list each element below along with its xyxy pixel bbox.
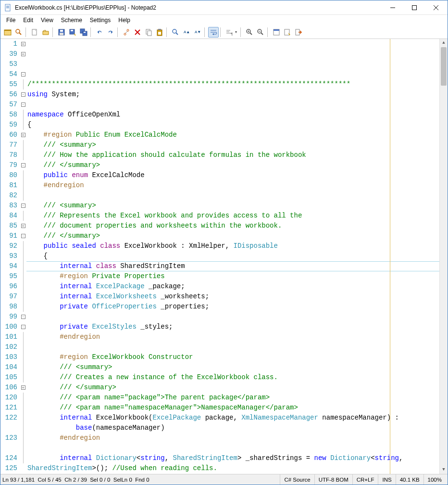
fold-marker[interactable] xyxy=(20,423,26,433)
whitespace-icon[interactable]: ¶ xyxy=(224,27,235,38)
find-next-icon[interactable]: A▼ xyxy=(192,27,203,38)
code-line[interactable]: { xyxy=(26,120,448,130)
code-line[interactable]: SharedStringItem>(); //Used when reading… xyxy=(26,463,448,473)
fold-marker[interactable] xyxy=(20,110,26,120)
fold-marker[interactable] xyxy=(20,150,26,160)
open-file-icon[interactable] xyxy=(40,27,51,38)
fold-marker[interactable]: - xyxy=(20,231,26,241)
fold-marker[interactable] xyxy=(20,170,26,180)
scroll-thumb[interactable] xyxy=(441,47,447,86)
fold-marker[interactable] xyxy=(20,352,26,362)
code-line[interactable]: internal ExcelWorksheets _worksheets; xyxy=(26,292,448,302)
editor[interactable]: 1395354555657585960777879808182838485919… xyxy=(0,39,448,474)
fold-marker[interactable] xyxy=(20,261,26,271)
find-prev-icon[interactable]: A▲ xyxy=(181,27,192,38)
code-line[interactable]: /// Creates a new instance of the ExcelW… xyxy=(26,372,448,383)
code-line[interactable]: public sealed class ExcelWorkbook : XmlH… xyxy=(26,241,448,251)
code-line[interactable] xyxy=(26,342,448,352)
fold-marker[interactable]: + xyxy=(20,130,26,140)
fold-marker[interactable] xyxy=(20,332,26,342)
code-line[interactable]: #region ExcelWorkbook Constructor xyxy=(26,352,448,362)
menu-edit[interactable]: Edit xyxy=(19,16,37,25)
fold-marker[interactable] xyxy=(20,211,26,221)
menu-help[interactable]: Help xyxy=(114,16,134,25)
status-zoom[interactable]: 100% xyxy=(423,474,446,485)
fold-marker[interactable] xyxy=(20,342,26,352)
save-copy-icon[interactable] xyxy=(78,27,89,38)
code-line[interactable]: /// </summary> xyxy=(26,231,448,241)
fold-marker[interactable] xyxy=(20,241,26,251)
dropdown-icon[interactable]: ▾ xyxy=(235,30,239,34)
fold-marker[interactable] xyxy=(20,140,26,150)
undo-icon[interactable] xyxy=(94,27,105,38)
status-encoding[interactable]: UTF-8 BOM xyxy=(314,474,352,485)
find-icon[interactable] xyxy=(170,27,181,38)
vertical-scrollbar[interactable]: ▲ ▼ xyxy=(439,39,448,474)
code-line[interactable]: /// Represents the Excel workbook and pr… xyxy=(26,211,448,221)
fold-marker[interactable] xyxy=(20,372,26,383)
browse-icon[interactable] xyxy=(13,27,24,38)
fold-marker[interactable] xyxy=(20,403,26,413)
fold-marker[interactable] xyxy=(20,120,26,130)
paste-icon[interactable] xyxy=(154,27,165,38)
fold-marker[interactable] xyxy=(20,453,26,463)
redo-icon[interactable] xyxy=(105,27,116,38)
menu-settings[interactable]: Settings xyxy=(86,16,114,25)
code-line[interactable] xyxy=(26,100,448,110)
code-line[interactable]: /// <summary> xyxy=(26,362,448,372)
code-line[interactable]: base(namespaceManager) xyxy=(26,423,448,433)
code-line[interactable]: namespace OfficeOpenXml xyxy=(26,110,448,120)
fold-marker[interactable] xyxy=(20,413,26,423)
code-line[interactable]: /// <param name="package">The parent pac… xyxy=(26,393,448,403)
scroll-down-arrow[interactable]: ▼ xyxy=(440,466,448,474)
fold-marker[interactable] xyxy=(20,393,26,403)
fold-marker[interactable]: + xyxy=(20,383,26,393)
code-line[interactable]: /// document properties and worksheets w… xyxy=(26,221,448,231)
scheme-icon[interactable] xyxy=(271,27,282,38)
save-as-icon[interactable] xyxy=(67,27,78,38)
fold-marker[interactable]: - xyxy=(20,201,26,211)
fold-marker[interactable] xyxy=(20,292,26,302)
fold-marker[interactable]: - xyxy=(20,312,26,322)
fold-marker[interactable] xyxy=(20,251,26,261)
zoom-out-icon[interactable] xyxy=(255,27,266,38)
cut-icon[interactable] xyxy=(121,27,132,38)
exit-icon[interactable] xyxy=(293,27,304,38)
menu-view[interactable]: View xyxy=(37,16,57,25)
code-line[interactable]: /// </summary> xyxy=(26,383,448,393)
code-line[interactable]: /// <param name="namespaceManager">Names… xyxy=(26,403,448,413)
fold-marker[interactable] xyxy=(20,59,26,69)
code-line[interactable]: private ExcelStyles _styles; xyxy=(26,322,448,332)
code-line[interactable]: internal ExcelPackage _package; xyxy=(26,281,448,292)
minimize-button[interactable] xyxy=(382,1,403,14)
zoom-in-icon[interactable] xyxy=(244,27,255,38)
word-wrap-icon[interactable] xyxy=(208,27,219,38)
code-line[interactable]: #region Public Enum ExcelCalcMode xyxy=(26,130,448,140)
fold-marker[interactable] xyxy=(20,281,26,292)
code-line[interactable]: #region Private Properties xyxy=(26,271,448,281)
maximize-button[interactable] xyxy=(403,1,425,14)
fold-marker[interactable] xyxy=(20,463,26,473)
new-file-icon[interactable] xyxy=(29,27,40,38)
code-line[interactable] xyxy=(26,191,448,201)
code-line[interactable]: /***************************************… xyxy=(26,79,448,89)
fold-marker[interactable]: + xyxy=(20,49,26,59)
fold-marker[interactable]: + xyxy=(20,221,26,231)
menu-file[interactable]: File xyxy=(2,16,19,25)
customize-icon[interactable] xyxy=(282,27,293,38)
scroll-up-arrow[interactable]: ▲ xyxy=(440,39,448,47)
code-line[interactable]: #endregion xyxy=(26,332,448,342)
fold-marker[interactable] xyxy=(20,79,26,89)
code-line[interactable]: internal Dictionary<string, SharedString… xyxy=(26,453,448,463)
code-line[interactable]: public enum ExcelCalcMode xyxy=(26,170,448,180)
fold-marker[interactable] xyxy=(20,302,26,312)
code-line[interactable]: internal List<SharedStringItem> _sharedS… xyxy=(26,473,448,474)
fold-column[interactable]: ++---+--+---+ xyxy=(20,39,26,474)
fold-marker[interactable] xyxy=(20,443,26,453)
code-line[interactable]: #endregion xyxy=(26,433,448,443)
fold-marker[interactable]: - xyxy=(20,322,26,332)
code-line[interactable]: internal ExcelWorkbook(ExcelPackage pack… xyxy=(26,413,448,423)
code-line[interactable]: /// <summary> xyxy=(26,140,448,150)
history-icon[interactable] xyxy=(2,27,13,38)
code-line[interactable]: { xyxy=(26,251,448,261)
